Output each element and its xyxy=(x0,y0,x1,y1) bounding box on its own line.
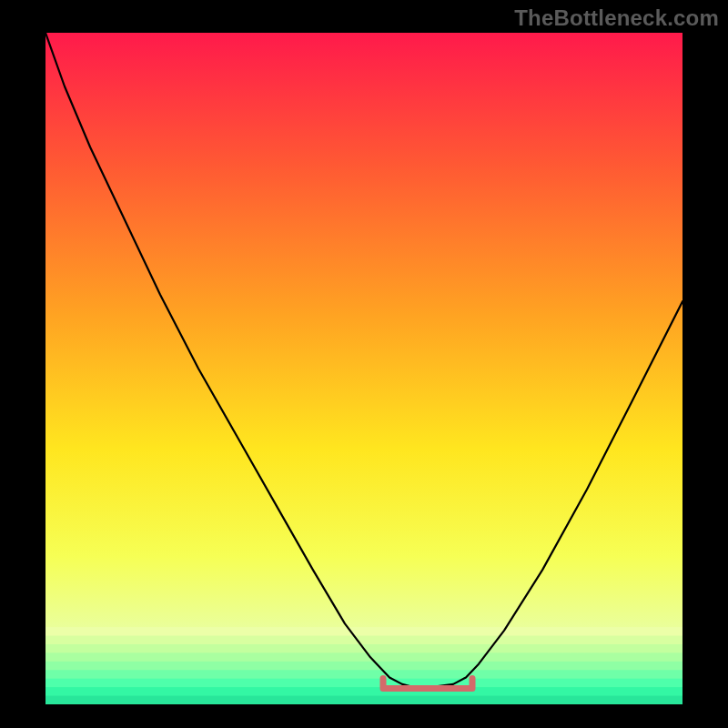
chart-frame: TheBottleneck.com xyxy=(0,0,728,728)
plot-svg xyxy=(46,33,682,704)
baseline-stripe xyxy=(46,652,682,662)
baseline-stripe xyxy=(46,696,682,704)
baseline-stripe xyxy=(46,670,682,679)
baseline-stripe xyxy=(46,679,682,688)
watermark-text: TheBottleneck.com xyxy=(514,5,719,31)
baseline-stripe xyxy=(46,636,682,645)
plot-area xyxy=(46,33,682,704)
baseline-stripe xyxy=(46,662,682,671)
baseline-stripe xyxy=(46,627,682,636)
baseline-stripe xyxy=(46,687,682,696)
gradient-background xyxy=(46,33,682,704)
